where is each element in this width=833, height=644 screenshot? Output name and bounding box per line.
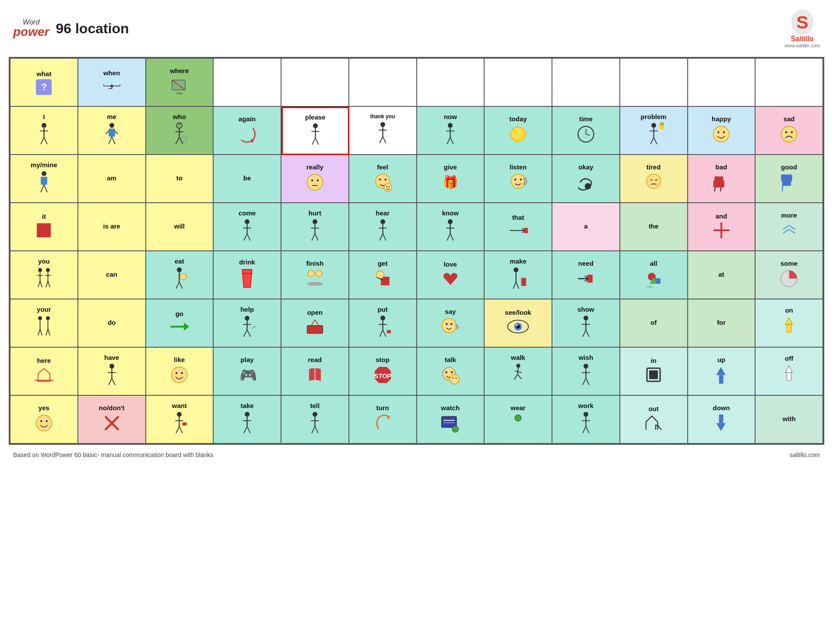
cell-now[interactable]: now [417, 107, 485, 155]
cell-a[interactable]: a [552, 203, 620, 251]
cell-who[interactable]: who?? [146, 107, 214, 155]
cell-give[interactable]: give🎁 [417, 155, 485, 203]
cell-take[interactable]: take [214, 396, 281, 444]
cell-love[interactable]: love [417, 251, 485, 299]
cell-empty3[interactable] [349, 59, 417, 107]
cell-eat[interactable]: eat [146, 251, 214, 299]
cell-yes[interactable]: yes [11, 396, 78, 444]
cell-read[interactable]: read [281, 348, 349, 396]
cell-watch[interactable]: watch [417, 396, 485, 444]
cell-will[interactable]: will [146, 203, 214, 251]
cell-icon-down [713, 413, 729, 435]
cell-tired[interactable]: tired [620, 155, 688, 203]
cell-empty9[interactable] [756, 59, 823, 107]
cell-finish[interactable]: finish [281, 251, 349, 299]
cell-what[interactable]: what? [11, 59, 78, 107]
cell-know[interactable]: know [417, 203, 485, 251]
cell-talk[interactable]: talk [417, 348, 485, 396]
cell-do[interactable]: do [78, 299, 146, 348]
cell-please[interactable]: please [281, 107, 349, 155]
cell-bad[interactable]: bad [688, 155, 756, 203]
cell-nodont[interactable]: no/don't [78, 396, 146, 444]
cell-you[interactable]: you [11, 251, 78, 299]
cell-wear[interactable]: wear [485, 396, 552, 444]
cell-on[interactable]: on [756, 299, 823, 348]
cell-walk[interactable]: walk [485, 348, 552, 396]
cell-your[interactable]: your [11, 299, 78, 348]
cell-tell[interactable]: tell [281, 396, 349, 444]
cell-empty6[interactable] [552, 59, 620, 107]
cell-again[interactable]: again [214, 107, 281, 155]
cell-empty7[interactable] [620, 59, 688, 107]
cell-stop[interactable]: stopSTOP [349, 348, 417, 396]
cell-sad[interactable]: sad [756, 107, 823, 155]
cell-put[interactable]: put [349, 299, 417, 348]
cell-off[interactable]: off [756, 348, 823, 396]
cell-help[interactable]: help [214, 299, 281, 348]
cell-where[interactable]: wheremap [146, 59, 214, 107]
cell-empty1[interactable] [214, 59, 281, 107]
cell-come[interactable]: come [214, 203, 281, 251]
cell-for[interactable]: for [688, 299, 756, 348]
cell-problem[interactable]: problem🤔 [620, 107, 688, 155]
cell-want[interactable]: want [146, 396, 214, 444]
cell-all[interactable]: all↑↗↑ [620, 251, 688, 299]
cell-good[interactable]: good [756, 155, 823, 203]
cell-happy[interactable]: happy [688, 107, 756, 155]
cell-I[interactable]: I [11, 107, 78, 155]
cell-of[interactable]: of [620, 299, 688, 348]
cell-drink[interactable]: drink [214, 251, 281, 299]
cell-listen[interactable]: listen [485, 155, 552, 203]
cell-with[interactable]: with [756, 396, 823, 444]
cell-and[interactable]: and [688, 203, 756, 251]
cell-am[interactable]: am [78, 155, 146, 203]
cell-more[interactable]: more [756, 203, 823, 251]
cell-empty2[interactable] [281, 59, 349, 107]
cell-up[interactable]: up [688, 348, 756, 396]
cell-the[interactable]: the [620, 203, 688, 251]
cell-down[interactable]: down [688, 396, 756, 444]
cell-need[interactable]: need [552, 251, 620, 299]
cell-make[interactable]: make [485, 251, 552, 299]
cell-here[interactable]: here [11, 348, 78, 396]
cell-thankyou[interactable]: thank you [349, 107, 417, 155]
cell-empty5[interactable] [485, 59, 552, 107]
cell-icon-today [508, 124, 528, 146]
cell-today[interactable]: today [485, 107, 552, 155]
cell-empty4[interactable] [417, 59, 485, 107]
cell-empty8[interactable] [688, 59, 756, 107]
cell-out[interactable]: out [620, 396, 688, 444]
cell-hurt[interactable]: hurt [281, 203, 349, 251]
cell-can[interactable]: can [78, 251, 146, 299]
cell-work[interactable]: work [552, 396, 620, 444]
cell-have[interactable]: have [78, 348, 146, 396]
cell-okay[interactable]: okay [552, 155, 620, 203]
cell-me[interactable]: me [78, 107, 146, 155]
cell-in[interactable]: in [620, 348, 688, 396]
cell-really[interactable]: really [281, 155, 349, 203]
cell-to[interactable]: to [146, 155, 214, 203]
cell-it[interactable]: it [11, 203, 78, 251]
cell-that[interactable]: that [485, 203, 552, 251]
cell-get[interactable]: get [349, 251, 417, 299]
cell-mymine[interactable]: my/mine [11, 155, 78, 203]
cell-go[interactable]: go [146, 299, 214, 348]
cell-feel[interactable]: feel [349, 155, 417, 203]
cell-play[interactable]: play🎮 [214, 348, 281, 396]
cell-isare[interactable]: is are [78, 203, 146, 251]
cell-hear[interactable]: hear [349, 203, 417, 251]
cell-when[interactable]: when [78, 59, 146, 107]
svg-rect-173 [307, 326, 323, 334]
cell-open[interactable]: open [281, 299, 349, 348]
cell-wish[interactable]: wish [552, 348, 620, 396]
cell-turn[interactable]: turn [349, 396, 417, 444]
cell-say[interactable]: say [417, 299, 485, 348]
cell-like[interactable]: like [146, 348, 214, 396]
cell-some[interactable]: some [756, 251, 823, 299]
cell-time[interactable]: time [552, 107, 620, 155]
svg-line-262 [583, 426, 586, 433]
cell-show[interactable]: show [552, 299, 620, 348]
cell-at[interactable]: at [688, 251, 756, 299]
cell-be[interactable]: be [214, 155, 281, 203]
cell-seelook[interactable]: see/look [485, 299, 552, 348]
